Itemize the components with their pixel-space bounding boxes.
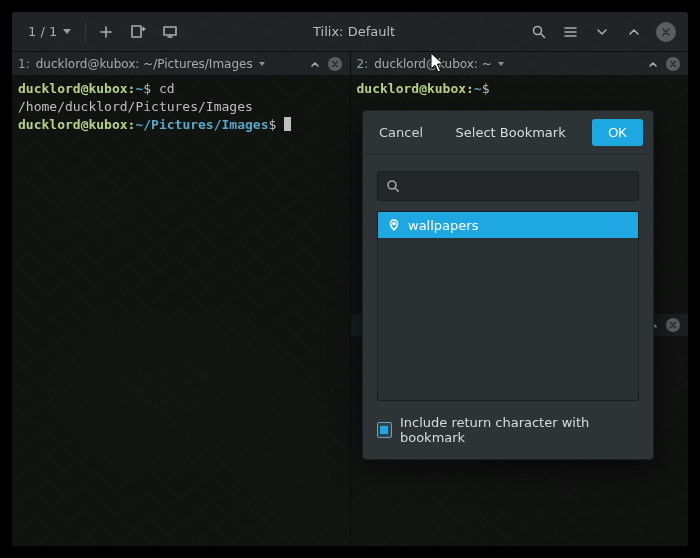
hamburger-menu-button[interactable]: [556, 18, 584, 46]
prompt-user: ducklord: [18, 117, 81, 132]
pane-close-button[interactable]: [664, 316, 682, 334]
chevron-down-icon: [596, 26, 608, 38]
prompt-at: @: [419, 81, 427, 96]
svg-point-4: [393, 222, 395, 224]
prompt-host: kubox: [427, 81, 466, 96]
bookmark-list[interactable]: wallpapers: [377, 211, 639, 401]
close-icon: [666, 318, 680, 332]
hamburger-icon: [563, 24, 578, 39]
monitor-icon: [162, 24, 178, 40]
terminal-body-left[interactable]: ducklord@kubox:~$ cd /home/ducklord/Pict…: [12, 76, 350, 546]
checkbox-checked-icon: [380, 426, 388, 434]
new-terminal-button[interactable]: [124, 18, 152, 46]
sync-button[interactable]: [156, 18, 184, 46]
search-icon: [531, 24, 546, 39]
pane-maximize-button[interactable]: [644, 55, 662, 73]
select-bookmark-dialog: Cancel Select Bookmark OK wallpapers Inc…: [362, 110, 654, 460]
minimize-button[interactable]: [588, 18, 616, 46]
search-input[interactable]: [406, 179, 630, 194]
new-session-button[interactable]: [92, 18, 120, 46]
application-window: 1 / 1 Tilix: Default: [12, 12, 688, 546]
dialog-body: wallpapers Include return character with…: [363, 155, 653, 459]
pane-titlebar-left[interactable]: 1: ducklord@kubox: ~/Pictures/Images: [12, 52, 350, 76]
chevron-up-icon: [628, 26, 640, 38]
pane-controls: [306, 55, 344, 73]
prompt-user: ducklord: [357, 81, 420, 96]
pane-titlebar-right[interactable]: 2: ducklord@kubox: ~: [351, 52, 689, 76]
chevron-up-icon: [310, 59, 320, 69]
window-title: Tilix: Default: [188, 24, 520, 39]
close-button[interactable]: [652, 18, 680, 46]
pane-close-button[interactable]: [664, 55, 682, 73]
prompt-path: ~/Pictures/Images: [135, 117, 268, 132]
include-return-row: Include return character with bookmark: [377, 415, 639, 445]
terminal-pane-left: 1: ducklord@kubox: ~/Pictures/Images duc…: [12, 52, 350, 546]
close-icon: [666, 57, 680, 71]
svg-point-2: [533, 27, 541, 35]
prompt-dollar: $: [268, 117, 276, 132]
dialog-header: Cancel Select Bookmark OK: [363, 111, 653, 155]
include-return-label: Include return character with bookmark: [400, 415, 639, 445]
chevron-up-icon: [648, 59, 658, 69]
prompt-path: ~: [474, 81, 482, 96]
search-button[interactable]: [524, 18, 552, 46]
pane-controls: [644, 55, 682, 73]
separator: [85, 21, 86, 43]
terminal-cursor: [284, 117, 291, 131]
prompt-dollar: $: [482, 81, 490, 96]
new-terminal-icon: [130, 24, 146, 40]
bookmark-search[interactable]: [377, 171, 639, 201]
svg-rect-0: [132, 26, 141, 37]
prompt-host: kubox: [88, 81, 127, 96]
include-return-checkbox[interactable]: [377, 422, 392, 438]
header-bar: 1 / 1 Tilix: Default: [12, 12, 688, 52]
prompt-host: kubox: [88, 117, 127, 132]
pane-index: 1:: [18, 57, 30, 71]
chevron-down-icon: [259, 62, 265, 66]
chevron-down-icon: [498, 62, 504, 66]
maximize-button[interactable]: [620, 18, 648, 46]
pane-index: 2:: [357, 57, 369, 71]
session-switcher[interactable]: 1 / 1: [20, 18, 79, 46]
search-icon: [386, 179, 400, 193]
bookmark-item[interactable]: wallpapers: [378, 212, 638, 238]
bookmark-pin-icon: [388, 219, 400, 231]
cancel-button[interactable]: Cancel: [373, 119, 429, 146]
prompt-colon: :: [466, 81, 474, 96]
bookmark-item-label: wallpapers: [408, 218, 478, 233]
pane-title: ducklord@kubox: ~/Pictures/Images: [36, 57, 253, 71]
chevron-down-icon: [63, 29, 71, 34]
prompt-dollar: $: [143, 81, 151, 96]
pane-maximize-button[interactable]: [306, 55, 324, 73]
session-counter: 1 / 1: [28, 24, 57, 39]
prompt-user: ducklord: [18, 81, 81, 96]
ok-button[interactable]: OK: [592, 119, 643, 146]
dialog-title: Select Bookmark: [429, 125, 592, 140]
svg-rect-1: [164, 27, 176, 35]
mouse-pointer-icon: [430, 52, 446, 74]
pane-close-button[interactable]: [326, 55, 344, 73]
close-icon: [656, 22, 676, 42]
close-icon: [328, 57, 342, 71]
